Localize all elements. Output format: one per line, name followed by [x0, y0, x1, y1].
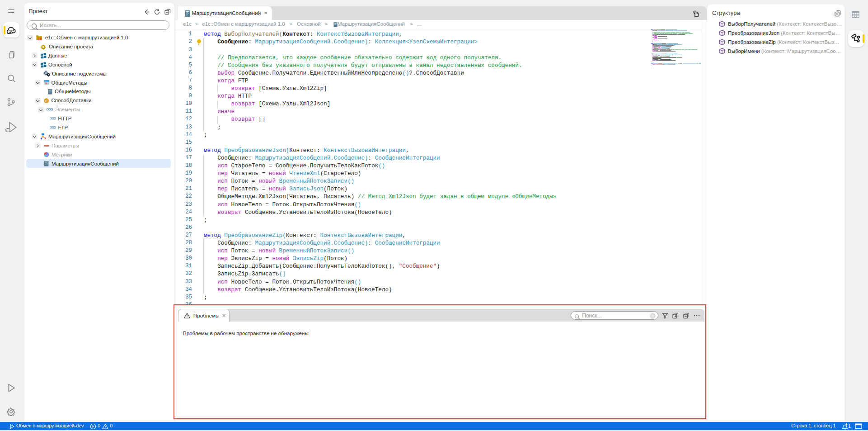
svg-text:1С: 1С [9, 29, 14, 33]
svg-text:E: E [45, 99, 48, 103]
svg-text:1c: 1c [38, 37, 42, 41]
